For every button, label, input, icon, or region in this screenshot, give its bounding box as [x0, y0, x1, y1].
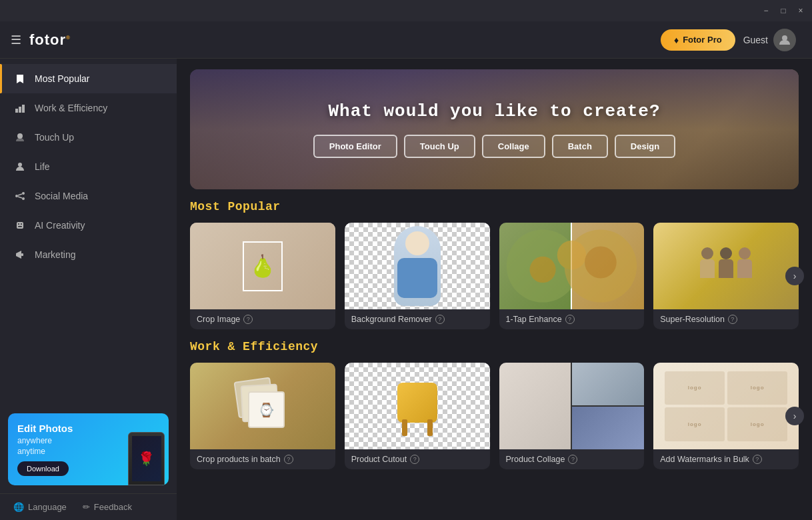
sidebar-item-work-efficiency[interactable]: Work & Efficiency	[0, 93, 177, 123]
card-product-collage[interactable]: Product Collage ?	[499, 363, 645, 469]
marketing-icon	[13, 248, 27, 261]
card-image-cutout	[345, 363, 490, 449]
work-efficiency-title: Work & Efficiency	[190, 340, 799, 353]
card-image-bg-remover	[345, 223, 490, 309]
chair-leg-right	[427, 419, 433, 436]
diamond-icon: ♦	[674, 35, 679, 45]
mini-body-1	[700, 259, 715, 278]
fotor-pro-button[interactable]: ♦ Fotor Pro	[661, 29, 735, 51]
help-icon-cutout[interactable]: ?	[410, 455, 419, 464]
card-crop-image[interactable]: 🍐 Crop Image ?	[190, 223, 335, 329]
collage-cell-1	[499, 363, 571, 449]
wm-cell-2: logo	[727, 371, 787, 405]
sidebar-item-ai-creativity[interactable]: AI Creativity	[0, 211, 177, 240]
person-head	[405, 231, 429, 255]
most-popular-next-arrow[interactable]: ›	[785, 267, 804, 285]
card-image-crop: 🍐	[190, 223, 335, 309]
phone-screen: 🌹	[132, 436, 161, 481]
sidebar-item-touch-up[interactable]: Touch Up	[0, 123, 177, 152]
help-icon-watermarks[interactable]: ?	[753, 455, 762, 464]
svg-rect-0	[15, 109, 18, 113]
watermark-grid: logo logo logo logo	[661, 367, 791, 445]
help-icon-enhance[interactable]: ?	[565, 315, 575, 324]
most-popular-section: Most Popular 🍐 Crop Image	[177, 200, 812, 340]
mini-body-3	[737, 259, 752, 278]
work-efficiency-next-arrow[interactable]: ›	[785, 407, 804, 425]
help-icon-collage[interactable]: ?	[568, 455, 577, 464]
sidebar-item-most-popular[interactable]: Most Popular	[0, 64, 177, 93]
chart-icon	[13, 101, 27, 115]
hero-title: What would you like to create?	[328, 101, 660, 121]
person-mini-3	[737, 247, 752, 278]
help-icon-crop-batch[interactable]: ?	[284, 455, 293, 464]
help-icon-bg-remover[interactable]: ?	[435, 315, 445, 324]
hero-btn-design[interactable]: Design	[615, 135, 675, 158]
card-crop-batch[interactable]: ⌚ Crop products in batch ?	[190, 363, 335, 469]
card-image-super-res	[653, 223, 799, 309]
person-silhouette	[394, 226, 441, 306]
crop-visual: 🍐	[190, 223, 335, 309]
help-icon-crop[interactable]: ?	[243, 315, 253, 324]
wm-cell-1: logo	[665, 371, 725, 405]
chair-shape	[394, 376, 441, 436]
hero-btn-touch-up[interactable]: Touch Up	[404, 135, 475, 158]
svg-point-4	[18, 163, 22, 167]
sidebar-item-social-media[interactable]: Social Media	[0, 181, 177, 211]
svg-rect-14	[21, 253, 23, 256]
download-button[interactable]: Download	[17, 461, 69, 476]
svg-line-9	[18, 197, 22, 198]
card-bg-remover[interactable]: Background Remover ?	[345, 223, 490, 329]
mini-head-2	[720, 247, 732, 259]
wm-cell-4: logo	[727, 407, 787, 441]
maximize-button[interactable]: □	[777, 5, 789, 17]
card-enhance[interactable]: 1-Tap Enhance ?	[499, 223, 645, 329]
phone-mockup: 🌹	[128, 432, 165, 485]
wm-cell-3: logo	[665, 407, 725, 441]
rose-icon: 🌹	[138, 451, 155, 467]
bookmark-icon	[13, 72, 27, 85]
svg-rect-10	[17, 222, 23, 229]
feedback-link[interactable]: ✏ Feedback	[83, 502, 132, 512]
card-label-crop: Crop Image ?	[190, 309, 335, 329]
hero-btn-batch[interactable]: Batch	[552, 135, 608, 158]
people-group	[700, 247, 752, 285]
sidebar-footer: 🌐 Language ✏ Feedback	[0, 493, 177, 520]
card-image-enhance	[499, 223, 645, 309]
collage-cell-2	[572, 363, 644, 405]
download-banner[interactable]: Edit Photos anywhere anytime Download 🌹	[8, 413, 169, 485]
minimize-button[interactable]: −	[760, 5, 772, 17]
card-label-cutout: Product Cutout ?	[345, 449, 490, 469]
svg-rect-1	[19, 107, 21, 113]
close-button[interactable]: ×	[795, 5, 807, 17]
help-icon-super-res[interactable]: ?	[728, 315, 737, 324]
card-label-super-res: Super-Resolution ?	[653, 309, 799, 329]
card-label-watermarks: Add Watermarks in Bulk ?	[653, 449, 799, 469]
mini-head-3	[739, 247, 751, 259]
svg-point-3	[17, 133, 23, 139]
language-link[interactable]: 🌐 Language	[13, 502, 67, 512]
top-header: ♦ Fotor Pro Guest	[177, 21, 812, 59]
sidebar-item-life[interactable]: Life	[0, 152, 177, 181]
work-efficiency-grid: ⌚ Crop products in batch ?	[190, 363, 799, 469]
mini-body-2	[719, 259, 733, 278]
hero-btn-collage[interactable]: Collage	[482, 135, 545, 158]
collage-cell-3	[572, 407, 644, 449]
frame-front: ⌚	[248, 391, 285, 428]
stacked-frames: ⌚	[236, 379, 289, 433]
hero-btn-photo-editor[interactable]: Photo Editor	[313, 135, 397, 158]
main-content: ♦ Fotor Pro Guest What would you like to…	[177, 21, 812, 520]
card-super-res[interactable]: Super-Resolution ?	[653, 223, 799, 329]
card-image-watermarks: logo logo logo logo	[653, 363, 799, 449]
svg-point-11	[18, 223, 19, 225]
hamburger-icon[interactable]: ☰	[11, 33, 21, 47]
most-popular-grid: 🍐 Crop Image ?	[190, 223, 799, 329]
user-area[interactable]: Guest	[743, 29, 796, 51]
ai-icon	[13, 219, 27, 232]
card-product-cutout[interactable]: Product Cutout ?	[345, 363, 490, 469]
card-label-bg-remover: Background Remover ?	[345, 309, 490, 329]
card-label-crop-batch: Crop products in batch ?	[190, 449, 335, 469]
chair-leg-left	[402, 419, 407, 436]
card-watermarks[interactable]: logo logo logo logo Add Watermarks in Bu…	[653, 363, 799, 469]
sidebar-header: ☰ fotor®	[0, 21, 177, 59]
sidebar-item-marketing[interactable]: Marketing	[0, 240, 177, 269]
